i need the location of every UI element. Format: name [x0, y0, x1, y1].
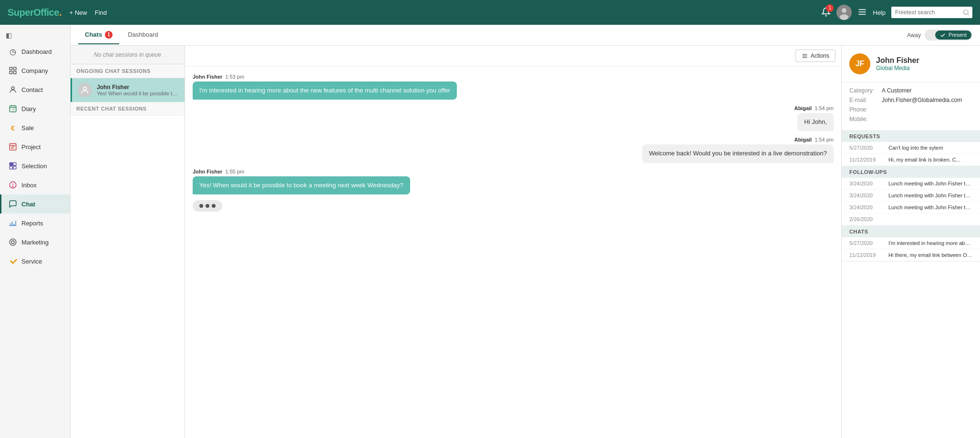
- notification-badge: 1: [826, 4, 834, 12]
- followups-section: FOLLOW-UPS 3/24/2020 Lunch meeting with …: [842, 166, 980, 226]
- service-icon: [8, 256, 18, 266]
- sidebar-item-label: Selection: [21, 163, 47, 170]
- search-input[interactable]: [891, 7, 963, 18]
- sidebar-item-diary[interactable]: 27 Diary: [0, 99, 70, 118]
- chat-history-text: Hi there, my email link between Outloo..…: [888, 252, 972, 258]
- svg-rect-24: [10, 166, 12, 169]
- requests-header: REQUESTS: [842, 131, 980, 142]
- svg-point-12: [11, 87, 14, 90]
- contact-details: Category: A Customer E-mail: John.Fisher…: [842, 82, 980, 131]
- sidebar-item-selection[interactable]: Selection: [0, 156, 70, 175]
- sidebar-item-label: Dashboard: [21, 48, 52, 55]
- sidebar-item-chat[interactable]: Chat: [0, 194, 70, 214]
- followup-date: 3/24/2020: [849, 193, 884, 198]
- request-item[interactable]: 11/12/2019 Hi, my email link is broken. …: [842, 154, 980, 166]
- followup-text: Lunch meeting with John Fisher to discu.…: [888, 181, 972, 186]
- message-row: Abigail 1:54 pm Hi John,: [193, 105, 834, 131]
- tab-chats[interactable]: Chats 1: [78, 26, 119, 44]
- chat-item-preview: Yes! When would it be possible to book a…: [97, 91, 179, 96]
- search-wrap: [891, 7, 972, 18]
- chat-item-name: John Fisher: [97, 84, 179, 91]
- menu-icon[interactable]: [857, 7, 867, 18]
- sidebar-item-project[interactable]: Project: [0, 137, 70, 156]
- svg-rect-25: [13, 166, 16, 169]
- user-avatar[interactable]: [836, 5, 852, 20]
- marketing-icon: [8, 237, 18, 247]
- sidebar-item-service[interactable]: Service: [0, 252, 70, 271]
- tab-dashboard-label: Dashboard: [128, 31, 158, 38]
- sidebar-item-label: Marketing: [21, 239, 49, 246]
- followup-text: Lunch meeting with John Fisher to discu.…: [888, 204, 972, 210]
- away-label: Away: [907, 32, 921, 39]
- typing-dot-3: [212, 204, 216, 208]
- svg-point-36: [83, 87, 87, 90]
- sidebar-item-dashboard[interactable]: ◷ Dashboard: [0, 42, 70, 61]
- followup-item[interactable]: 3/24/2020 Lunch meeting with John Fisher…: [842, 178, 980, 190]
- sidebar-toggle[interactable]: ◧: [0, 29, 70, 42]
- find-button[interactable]: Find: [95, 9, 107, 16]
- sidebar: ◧ ◷ Dashboard Company Contact 27 Diary €…: [0, 25, 71, 438]
- help-link[interactable]: Help: [873, 9, 886, 16]
- left-panel: No chat sessions in queue ONGOING CHAT S…: [71, 46, 185, 438]
- typing-indicator: [193, 200, 222, 212]
- message-sender: Abigail: [794, 105, 812, 111]
- actions-button[interactable]: Actions: [795, 50, 836, 62]
- contact-company[interactable]: Global Media: [876, 65, 919, 71]
- followup-item[interactable]: 2/26/2020: [842, 214, 980, 225]
- sidebar-item-label: Diary: [21, 105, 36, 112]
- chat-panel: Actions John Fisher 1:53 pm I'm interest…: [185, 46, 842, 438]
- followup-date: 3/24/2020: [849, 204, 884, 210]
- tab-dashboard[interactable]: Dashboard: [121, 26, 165, 44]
- svg-point-34: [10, 239, 16, 245]
- queue-empty-message: No chat sessions in queue: [71, 46, 185, 64]
- message-sender: John Fisher: [193, 74, 222, 80]
- typing-indicator-row: [193, 200, 834, 212]
- chat-history-item[interactable]: 5/27/2020 I'm interested in hearing more…: [842, 237, 980, 249]
- svg-point-28: [12, 186, 13, 187]
- message-row: John Fisher 1:53 pm I'm interested in he…: [193, 74, 834, 100]
- sidebar-item-label: Service: [21, 258, 42, 265]
- sidebar-item-inbox[interactable]: Inbox: [0, 175, 70, 194]
- request-item[interactable]: 5/27/2020 Can't log into the sytem: [842, 142, 980, 154]
- sidebar-item-label: Inbox: [21, 182, 37, 189]
- project-icon: [8, 142, 18, 152]
- svg-point-35: [11, 241, 14, 244]
- logo: SuperOffice.: [8, 6, 62, 19]
- recent-section: [71, 116, 185, 438]
- chats-header: CHATS: [842, 226, 980, 237]
- sidebar-item-marketing[interactable]: Marketing: [0, 233, 70, 252]
- status-toggle[interactable]: Present: [925, 30, 972, 41]
- requests-section: REQUESTS 5/27/2020 Can't log into the sy…: [842, 131, 980, 166]
- category-label: Category:: [849, 87, 878, 94]
- chat-item-info: John Fisher Yes! When would it be possib…: [97, 84, 179, 96]
- sidebar-item-company[interactable]: Company: [0, 61, 70, 80]
- new-button[interactable]: + New: [69, 9, 87, 16]
- message-meta: Abigail 1:54 pm: [794, 105, 834, 111]
- svg-point-6: [964, 10, 968, 14]
- company-icon: [8, 66, 18, 75]
- notification-bell[interactable]: 1: [821, 7, 831, 18]
- followup-item[interactable]: 3/24/2020 Lunch meeting with John Fisher…: [842, 190, 980, 202]
- followup-item[interactable]: 3/24/2020 Lunch meeting with John Fisher…: [842, 202, 980, 214]
- message-bubble: Welcome back! Would you be interested in…: [642, 144, 834, 163]
- svg-rect-11: [14, 71, 16, 74]
- inbox-icon: [8, 180, 18, 190]
- sidebar-item-contact[interactable]: Contact: [0, 80, 70, 99]
- dashboard-icon: ◷: [8, 47, 18, 56]
- sidebar-item-reports[interactable]: Reports: [0, 214, 70, 233]
- chat-history-item[interactable]: 11/12/2019 Hi there, my email link betwe…: [842, 249, 980, 261]
- detail-email: E-mail: John.Fisher@Globalmedia.com: [849, 97, 972, 103]
- chat-history-date: 11/12/2019: [849, 252, 884, 258]
- chat-toolbar: Actions: [185, 46, 841, 66]
- message-time: 1:53 pm: [225, 74, 244, 80]
- actions-icon: [802, 53, 808, 59]
- detail-category: Category: A Customer: [849, 87, 972, 94]
- sidebar-item-label: Sale: [21, 124, 34, 132]
- ongoing-chat-item[interactable]: John Fisher Yes! When would it be possib…: [71, 78, 185, 102]
- right-panel: JF John Fisher Global Media Category: A …: [842, 46, 980, 438]
- sidebar-item-sale[interactable]: € Sale: [0, 118, 70, 137]
- chat-messages: John Fisher 1:53 pm I'm interested in he…: [185, 66, 841, 438]
- mobile-label: Mobile:: [849, 116, 878, 122]
- email-label: E-mail:: [849, 97, 878, 103]
- contact-header: JF John Fisher Global Media: [842, 46, 980, 82]
